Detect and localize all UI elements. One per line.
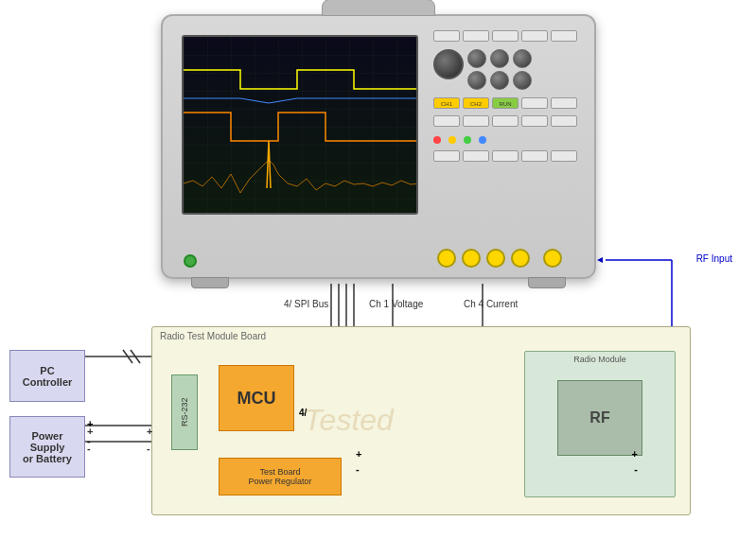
- ch1-voltage-label: Ch 1 Voltage: [369, 299, 423, 309]
- mcu-label: MCU: [237, 389, 276, 409]
- osc-btn-11[interactable]: [521, 115, 548, 127]
- osc-btn-13[interactable]: [433, 150, 460, 162]
- board-label: Radio Test Module Board: [160, 331, 266, 341]
- power-regulator-box: Test BoardPower Regulator: [219, 458, 342, 496]
- osc-knob-6[interactable]: [513, 71, 532, 90]
- osc-btn-3[interactable]: [492, 30, 519, 42]
- radio-module-label: Radio Module: [573, 355, 626, 364]
- diagram-area: PCController PowerSupplyor Battery + - R…: [0, 312, 756, 539]
- bnc-ch2[interactable]: [462, 249, 481, 268]
- indicator-green: [464, 136, 471, 144]
- osc-btn-6[interactable]: [521, 97, 548, 109]
- power-regulator-label: Test BoardPower Regulator: [248, 467, 311, 486]
- osc-main-knob[interactable]: [433, 49, 464, 79]
- spi-count-label: 4/: [299, 408, 307, 418]
- board-plus-left: +: [356, 448, 361, 460]
- oscilloscope: CH1 CH2 RUN: [142, 0, 615, 293]
- board-plus-right: +: [632, 448, 638, 460]
- oscilloscope-handle: [322, 0, 435, 16]
- rf-box: RF: [557, 380, 642, 456]
- indicator-blue: [479, 136, 486, 144]
- osc-btn-8[interactable]: [433, 115, 460, 127]
- osc-ch1-btn[interactable]: CH1: [433, 97, 460, 109]
- osc-btn-4[interactable]: [521, 30, 548, 42]
- rs232-label: RS-232: [180, 398, 189, 427]
- radio-test-board: Radio Test Module Board RS-232 MCU 4/ SP…: [151, 326, 691, 515]
- indicator-yellow: [448, 136, 456, 144]
- osc-btn-5[interactable]: [551, 30, 577, 42]
- osc-foot-left: [191, 277, 229, 288]
- osc-btn-12[interactable]: [551, 115, 577, 127]
- radio-module-box: Radio Module RF: [524, 351, 676, 497]
- osc-btn-17[interactable]: [551, 150, 577, 162]
- power-button[interactable]: [184, 254, 197, 268]
- osc-btn-14[interactable]: [463, 150, 489, 162]
- osc-btn-15[interactable]: [492, 150, 519, 162]
- osc-knob-2[interactable]: [467, 71, 486, 90]
- pc-controller-label: PCController: [23, 365, 73, 388]
- osc-knob-3[interactable]: [490, 49, 509, 68]
- osc-btn-10[interactable]: [492, 115, 519, 127]
- osc-btn-1[interactable]: [433, 30, 460, 42]
- bnc-ch3[interactable]: [486, 249, 505, 268]
- osc-run-btn[interactable]: RUN: [492, 97, 519, 109]
- ch4-current-label: Ch 4 Current: [464, 299, 518, 309]
- power-supply-box: PowerSupplyor Battery: [9, 416, 85, 478]
- osc-knob-1[interactable]: [467, 49, 486, 68]
- indicator-red: [433, 136, 441, 144]
- osc-btn-7[interactable]: [551, 97, 577, 109]
- rf-input-label: RF Input: [696, 253, 732, 264]
- ext-plus: +: [87, 426, 93, 437]
- osc-btn-16[interactable]: [521, 150, 548, 162]
- ext-plus-2: +: [147, 426, 152, 437]
- spi-bus-label: 4/ SPI Bus: [284, 299, 328, 309]
- rf-label: RF: [589, 409, 609, 426]
- ext-minus-2: -: [147, 443, 150, 454]
- osc-foot-right: [528, 277, 566, 288]
- board-minus-right: -: [634, 463, 638, 475]
- tested-watermark: Tested: [304, 403, 394, 438]
- bnc-ch4[interactable]: [511, 249, 530, 268]
- oscilloscope-controls: CH1 CH2 RUN: [433, 30, 585, 267]
- oscilloscope-body: CH1 CH2 RUN: [161, 14, 596, 279]
- osc-btn-2[interactable]: [463, 30, 489, 42]
- rs232-box: RS-232: [171, 374, 198, 450]
- pc-controller-box: PCController: [9, 350, 85, 402]
- bnc-rf[interactable]: [543, 249, 562, 268]
- bnc-ch1[interactable]: [437, 249, 456, 268]
- osc-knob-5[interactable]: [513, 49, 532, 68]
- board-minus-left: -: [356, 463, 360, 475]
- ext-minus: -: [87, 443, 91, 454]
- osc-knob-4[interactable]: [490, 71, 509, 90]
- oscilloscope-screen: [182, 35, 418, 215]
- osc-btn-9[interactable]: [463, 115, 489, 127]
- power-supply-label: PowerSupplyor Battery: [23, 430, 72, 464]
- mcu-box: MCU: [219, 365, 294, 431]
- svg-rect-29: [184, 37, 416, 213]
- osc-ch2-btn[interactable]: CH2: [463, 97, 489, 109]
- oscilloscope-connectors: [182, 246, 575, 270]
